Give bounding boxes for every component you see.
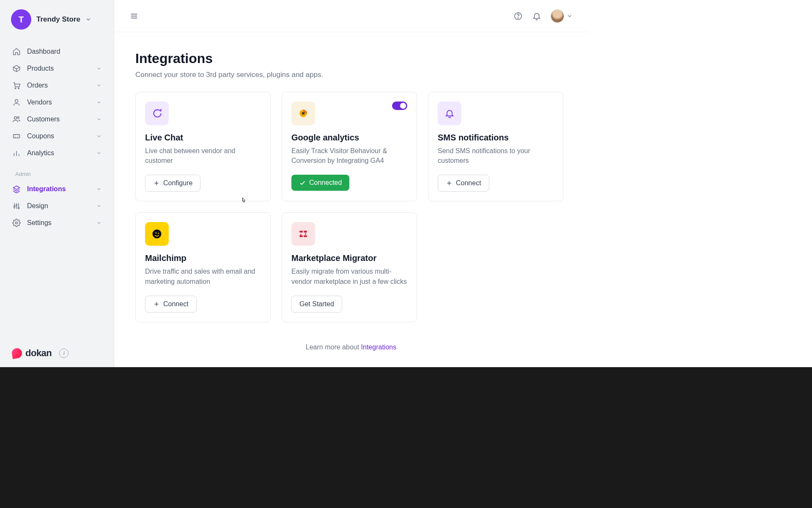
chevron-down-icon	[96, 133, 102, 139]
card-desc: Live chat between vendor and customer	[145, 146, 261, 165]
brand-text: dokan	[25, 348, 52, 359]
check-icon	[299, 179, 306, 186]
plus-icon	[446, 180, 453, 187]
sidebar-item-products[interactable]: Products	[3, 60, 110, 77]
svg-point-23	[158, 233, 159, 234]
button-label: Configure	[163, 179, 192, 187]
analytics-icon	[291, 102, 315, 125]
connect-button[interactable]: Connect	[145, 296, 197, 313]
sidebar-item-vendors[interactable]: Vendors	[3, 94, 110, 111]
page-title: Integrations	[135, 51, 567, 66]
svg-point-8	[18, 207, 19, 209]
plus-icon	[153, 301, 160, 308]
user-menu[interactable]	[551, 9, 573, 23]
sidebar-item-orders[interactable]: Orders	[3, 77, 110, 94]
button-label: Connected	[309, 179, 342, 187]
store-name: Trendy Store	[36, 15, 80, 24]
page-subtitle: Connect your store to 3rd party services…	[135, 71, 567, 79]
sliders-icon	[12, 202, 21, 210]
svg-point-6	[14, 206, 15, 207]
user-icon	[12, 98, 21, 107]
users-icon	[12, 115, 21, 124]
svg-point-2	[15, 99, 18, 102]
avatar	[551, 9, 564, 23]
chevron-down-icon	[96, 203, 102, 209]
box-icon	[12, 64, 21, 73]
card-title: Mailchimp	[145, 253, 261, 263]
card-mailchimp: Mailchimp Drive traffic and sales with e…	[135, 212, 271, 322]
svg-point-1	[18, 88, 19, 89]
card-title: Live Chat	[145, 133, 261, 143]
window-letterbox	[0, 367, 812, 508]
chevron-down-icon	[96, 220, 102, 226]
svg-point-3	[14, 117, 17, 119]
card-desc: Easily migrate from various multi-vendor…	[291, 266, 407, 286]
connected-button[interactable]: Connected	[291, 175, 349, 191]
button-label: Get Started	[299, 300, 334, 308]
sidebar: T Trendy Store Dashboard Products	[0, 0, 114, 367]
sidebar-item-label: Analytics	[27, 149, 54, 157]
migrate-icon	[291, 222, 315, 246]
svg-point-9	[16, 222, 18, 224]
sidebar-item-dashboard[interactable]: Dashboard	[3, 43, 110, 60]
chevron-down-icon	[96, 116, 102, 122]
sidebar-item-label: Products	[27, 65, 54, 72]
svg-point-7	[16, 205, 17, 206]
store-avatar: T	[11, 9, 31, 30]
sidebar-item-label: Coupons	[27, 132, 54, 140]
layers-icon	[12, 185, 21, 193]
configure-button[interactable]: Configure	[145, 175, 200, 192]
card-migrator: Marketplace Migrator Easily migrate from…	[282, 212, 417, 322]
learn-more-prefix: Learn more about	[306, 343, 361, 351]
chevron-down-icon	[96, 99, 102, 105]
sidebar-item-label: Settings	[27, 219, 52, 227]
svg-point-21	[153, 230, 162, 239]
sidebar-item-analytics[interactable]: Analytics	[3, 145, 110, 162]
menu-toggle-icon[interactable]	[129, 11, 139, 21]
card-google-analytics: Google analytics Easily Track Visitor Be…	[282, 92, 417, 201]
sidebar-item-integrations[interactable]: Integrations	[3, 181, 110, 198]
content: Integrations Connect your store to 3rd p…	[114, 32, 588, 360]
brand-mark-icon	[11, 347, 23, 359]
bell-icon[interactable]	[532, 11, 541, 21]
chevron-down-icon	[96, 186, 102, 192]
plus-icon	[153, 180, 160, 187]
main: Integrations Connect your store to 3rd p…	[114, 0, 588, 367]
sidebar-item-coupons[interactable]: Coupons	[3, 128, 110, 145]
svg-point-4	[17, 117, 19, 118]
learn-more-link[interactable]: Integrations	[361, 343, 397, 351]
toggle-switch[interactable]	[392, 102, 407, 110]
home-icon	[12, 47, 21, 56]
sidebar-item-label: Vendors	[27, 99, 52, 106]
card-desc: Send SMS notifications to your customers	[438, 146, 554, 165]
brand-logo[interactable]: dokan	[12, 348, 52, 359]
sidebar-item-settings[interactable]: Settings	[3, 214, 110, 231]
ticket-icon	[12, 132, 21, 140]
sidebar-item-label: Orders	[27, 82, 48, 89]
sidebar-item-design[interactable]: Design	[3, 198, 110, 214]
integrations-grid: Live Chat Live chat between vendor and c…	[135, 92, 567, 322]
card-title: Google analytics	[291, 133, 407, 143]
chevron-down-icon	[96, 66, 102, 71]
store-switcher[interactable]: T Trendy Store	[0, 0, 114, 39]
chevron-down-icon	[567, 13, 573, 19]
sidebar-item-label: Integrations	[27, 185, 66, 193]
chevron-down-icon	[85, 16, 91, 22]
svg-rect-26	[299, 231, 303, 233]
bell-icon	[438, 102, 461, 125]
help-icon[interactable]	[513, 11, 523, 21]
connect-button[interactable]: Connect	[438, 175, 489, 192]
info-icon[interactable]: i	[59, 349, 69, 358]
sidebar-item-customers[interactable]: Customers	[3, 111, 110, 128]
svg-rect-5	[14, 135, 20, 138]
mailchimp-icon	[145, 222, 169, 246]
bar-chart-icon	[12, 149, 21, 157]
sidebar-item-label: Design	[27, 202, 48, 210]
topbar	[114, 0, 588, 32]
sidebar-item-label: Dashboard	[27, 48, 60, 55]
sidebar-item-label: Customers	[27, 115, 60, 123]
get-started-button[interactable]: Get Started	[291, 296, 342, 313]
chevron-down-icon	[96, 82, 102, 88]
svg-rect-27	[304, 231, 307, 233]
card-sms: SMS notifications Send SMS notifications…	[428, 92, 563, 201]
